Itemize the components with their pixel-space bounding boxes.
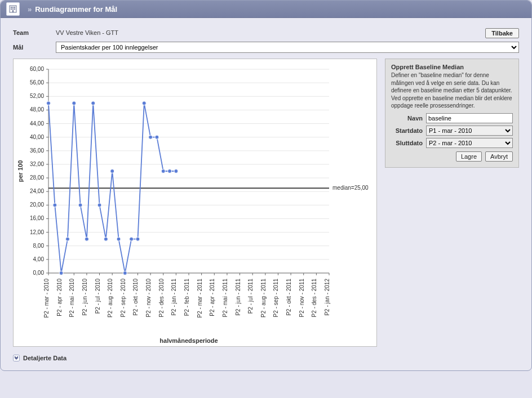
svg-point-110 (59, 271, 63, 275)
svg-point-116 (97, 203, 101, 207)
svg-text:per 100: per 100 (17, 160, 24, 182)
svg-point-113 (78, 203, 82, 207)
svg-point-109 (53, 203, 57, 207)
window-body: Tilbake Team VV Vestre Viken - GTT Mål P… (1, 18, 531, 370)
svg-text:P2 - okt - 2010: P2 - okt - 2010 (132, 279, 139, 316)
svg-text:24,00: 24,00 (30, 188, 44, 194)
building-icon (6, 2, 20, 16)
svg-rect-1 (11, 7, 12, 8)
svg-text:P2 - des - 2010: P2 - des - 2010 (158, 279, 165, 317)
svg-text:P2 - sep - 2010: P2 - sep - 2010 (120, 279, 126, 317)
baseline-save-button[interactable]: Lagre (456, 151, 482, 162)
goal-label: Mål (13, 44, 56, 51)
baseline-start-label: Startdato (391, 127, 423, 134)
svg-text:P2 - jan - 2011: P2 - jan - 2011 (171, 279, 177, 316)
svg-text:P2 - nov - 2010: P2 - nov - 2010 (145, 279, 152, 317)
svg-point-118 (110, 169, 114, 173)
svg-text:44,00: 44,00 (30, 120, 44, 127)
svg-text:P2 - jan - 2012: P2 - jan - 2012 (324, 279, 330, 316)
svg-text:P2 - apr - 2010: P2 - apr - 2010 (56, 279, 63, 316)
modal-window: » Rundiagrammer for Mål Tilbake Team VV … (0, 0, 532, 371)
svg-text:0,00: 0,00 (33, 270, 45, 276)
svg-text:halvmånedsperiode: halvmånedsperiode (159, 337, 218, 344)
svg-point-124 (149, 135, 153, 139)
team-value: VV Vestre Viken - GTT (56, 29, 118, 36)
svg-point-122 (136, 237, 140, 241)
svg-point-125 (155, 135, 159, 139)
svg-text:P2 - jul - 2011: P2 - jul - 2011 (247, 279, 254, 314)
baseline-desc: Definer en "baseline median" for denne m… (391, 71, 513, 110)
chart-area: 0,004,008,0012,0016,0020,0024,0028,0032,… (13, 59, 377, 347)
svg-text:P2 - feb - 2011: P2 - feb - 2011 (184, 279, 190, 316)
svg-point-126 (161, 169, 165, 173)
svg-rect-7 (12, 10, 14, 12)
svg-text:P2 - sep - 2011: P2 - sep - 2011 (273, 279, 279, 317)
svg-text:P2 - mai - 2011: P2 - mai - 2011 (222, 279, 228, 317)
svg-point-128 (174, 169, 178, 173)
svg-point-117 (104, 237, 108, 241)
detailed-data-label: Detaljerte Data (23, 355, 66, 361)
svg-text:4,00: 4,00 (33, 256, 45, 262)
svg-point-127 (168, 169, 172, 173)
svg-text:median=25,00: median=25,00 (333, 185, 369, 191)
svg-text:P2 - mai - 2010: P2 - mai - 2010 (69, 279, 75, 317)
svg-point-108 (47, 101, 51, 105)
team-label: Team (13, 29, 56, 36)
baseline-end-select[interactable]: P2 - mar - 2010 (426, 138, 513, 148)
svg-text:P2 - aug - 2010: P2 - aug - 2010 (107, 279, 113, 317)
svg-point-123 (142, 101, 146, 105)
svg-rect-5 (12, 8, 14, 10)
svg-text:52,00: 52,00 (30, 93, 44, 99)
svg-rect-3 (14, 7, 15, 8)
baseline-end-label: Sluttdato (391, 140, 423, 146)
goal-select[interactable]: Pasientskader per 100 innleggelser (56, 42, 519, 53)
svg-rect-2 (12, 7, 14, 8)
svg-text:12,00: 12,00 (30, 229, 44, 235)
svg-text:60,00: 60,00 (30, 66, 44, 72)
window-title: Rundiagrammer for Mål (35, 5, 117, 14)
baseline-panel: Opprett Baseline Median Definer en "base… (385, 59, 519, 168)
svg-text:36,00: 36,00 (30, 147, 44, 154)
svg-text:48,00: 48,00 (30, 106, 44, 113)
svg-text:P2 - nov - 2011: P2 - nov - 2011 (299, 279, 305, 317)
baseline-title: Opprett Baseline Median (391, 64, 513, 70)
svg-text:P2 - apr - 2011: P2 - apr - 2011 (209, 279, 215, 316)
baseline-name-input[interactable] (426, 113, 513, 123)
baseline-name-label: Navn (391, 115, 423, 122)
svg-text:16,00: 16,00 (30, 215, 44, 221)
svg-text:8,00: 8,00 (33, 243, 45, 249)
title-separator-icon: » (28, 5, 32, 14)
svg-text:56,00: 56,00 (30, 79, 44, 86)
svg-text:P2 - jul - 2010: P2 - jul - 2010 (95, 279, 101, 314)
svg-rect-6 (14, 8, 15, 10)
svg-point-111 (65, 237, 69, 241)
svg-point-115 (91, 101, 95, 105)
svg-text:P2 - jun - 2010: P2 - jun - 2010 (82, 279, 88, 316)
svg-text:32,00: 32,00 (30, 161, 44, 167)
titlebar: » Rundiagrammer for Mål (1, 1, 531, 18)
back-button[interactable]: Tilbake (485, 28, 519, 38)
svg-text:20,00: 20,00 (30, 202, 44, 208)
svg-point-119 (117, 237, 121, 241)
svg-text:40,00: 40,00 (30, 134, 44, 140)
svg-point-112 (72, 101, 76, 105)
svg-rect-4 (11, 8, 12, 10)
baseline-cancel-button[interactable]: Avbryt (485, 151, 513, 162)
svg-point-120 (123, 271, 127, 275)
svg-text:P2 - des - 2011: P2 - des - 2011 (311, 279, 317, 317)
detailed-data-toggle[interactable]: Detaljerte Data (13, 355, 519, 361)
svg-text:28,00: 28,00 (30, 175, 44, 181)
svg-point-121 (130, 237, 134, 241)
svg-text:P2 - jun - 2011: P2 - jun - 2011 (235, 279, 241, 316)
svg-text:P2 - mar - 2010: P2 - mar - 2010 (43, 279, 50, 318)
svg-point-114 (85, 237, 88, 241)
svg-text:P2 - aug - 2011: P2 - aug - 2011 (260, 279, 267, 317)
baseline-start-select[interactable]: P1 - mar - 2010 (426, 126, 513, 136)
svg-text:P2 - okt - 2011: P2 - okt - 2011 (286, 279, 292, 316)
expand-down-icon (13, 355, 20, 361)
svg-text:P2 - mar - 2011: P2 - mar - 2011 (197, 279, 203, 318)
